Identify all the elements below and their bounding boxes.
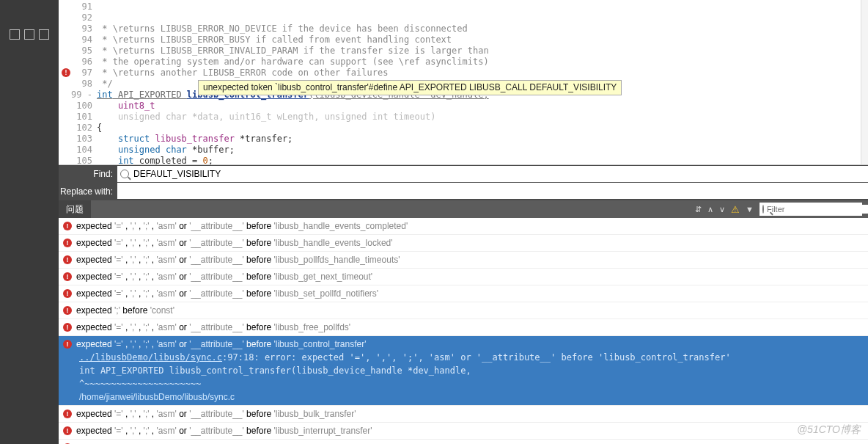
filter-input-wrap[interactable] <box>760 203 862 216</box>
problem-message: expected '=' , ',' , ';' , 'asm' or '__a… <box>76 270 868 283</box>
panel-toolbar: ⇵ ∧ ∨ ⚠ ▼ <box>689 203 868 216</box>
code-line[interactable]: struct libusb_transfer *transfer; <box>97 134 861 145</box>
chevron-up-icon[interactable]: ∧ <box>707 205 713 214</box>
filter-icon[interactable]: ▼ <box>746 205 754 214</box>
code-line[interactable]: * the operating system and/or hardware c… <box>97 57 861 68</box>
line-number: 94 <box>59 34 92 46</box>
code-line[interactable]: unsigned char *buffer; <box>97 145 861 156</box>
error-icon <box>63 272 72 281</box>
find-input-wrap[interactable] <box>117 166 868 182</box>
find-bar: Find: <box>59 165 868 183</box>
problem-message: expected ';' before 'const' <box>76 304 868 317</box>
replace-label: Replace with: <box>59 183 117 200</box>
gutter: 919293949596979899 -100101102103104105 <box>59 0 97 164</box>
problem-row[interactable]: expected '=' , ',' , ';' , 'asm' or '__a… <box>59 235 868 252</box>
problem-row[interactable]: expected ';' before 'const' <box>59 302 868 319</box>
rail-icon-1[interactable] <box>10 29 20 40</box>
problem-row[interactable]: expected '=' , ',' , ';' , 'asm' or '__a… <box>59 336 868 406</box>
find-input[interactable] <box>133 169 865 179</box>
replace-input[interactable] <box>117 183 868 199</box>
problem-message: expected '=' , ',' , ';' , 'asm' or '__a… <box>76 338 868 404</box>
minimap-scrollbar[interactable] <box>861 0 868 164</box>
problem-row[interactable]: expected '=' , ',' , ';' , 'asm' or '__a… <box>59 423 868 440</box>
rail-icon-group <box>10 29 49 40</box>
problems-panel[interactable]: expected '=' , ',' , ';' , 'asm' or '__a… <box>59 218 868 444</box>
line-number: 95 <box>59 46 92 57</box>
line-number: 103 <box>59 134 92 145</box>
problem-message: expected '=' , ',' , ';' , 'asm' or '__a… <box>76 253 868 266</box>
tab-problems[interactable]: 问题 <box>59 200 91 218</box>
code-body[interactable]: * \returns LIBUSB_ERROR_NO_DEVICE if the… <box>97 0 861 164</box>
problem-row[interactable]: conflicting types for 'usbi_cond_timedwa… <box>59 440 868 444</box>
line-number: 92 <box>59 12 92 23</box>
error-icon <box>63 340 72 349</box>
search-icon <box>762 205 764 214</box>
problem-message: conflicting types for 'usbi_cond_timedwa… <box>76 441 868 444</box>
line-number: 99 - <box>59 90 92 101</box>
problem-message: expected '=' , ',' , ';' , 'asm' or '__a… <box>76 236 868 250</box>
line-number: 96 <box>59 57 92 68</box>
code-line[interactable]: * \returns LIBUSB_ERROR_INVALID_PARAM if… <box>97 46 861 57</box>
code-line[interactable]: int completed = 0; <box>97 156 861 164</box>
rail-icon-2[interactable] <box>24 29 34 40</box>
line-number: 100 <box>59 101 92 112</box>
panel-tabs: 问题 ⇵ ∧ ∨ ⚠ ▼ <box>59 200 868 218</box>
error-tooltip: unexpected token `libusb_control_transfe… <box>198 80 622 95</box>
gutter-error-icon[interactable] <box>62 68 70 77</box>
error-icon <box>63 306 72 315</box>
error-icon <box>63 239 72 247</box>
code-editor[interactable]: 919293949596979899 -100101102103104105 *… <box>59 0 868 165</box>
chevron-down-icon[interactable]: ∨ <box>719 205 725 214</box>
error-icon <box>63 323 72 332</box>
warning-icon[interactable]: ⚠ <box>731 204 740 215</box>
replace-bar: Replace with: <box>59 183 868 200</box>
error-icon <box>63 289 72 298</box>
problem-row[interactable]: expected '=' , ',' , ';' , 'asm' or '__a… <box>59 406 868 423</box>
code-line[interactable]: uint8_t <box>97 101 861 112</box>
rail-icon-3[interactable] <box>39 29 49 40</box>
problem-row[interactable]: expected '=' , ',' , ';' , 'asm' or '__a… <box>59 218 868 235</box>
code-line[interactable]: * \returns LIBUSB_ERROR_BUSY if called f… <box>97 34 861 46</box>
code-line[interactable]: { <box>97 123 861 134</box>
problem-row[interactable]: expected '=' , ',' , ';' , 'asm' or '__a… <box>59 319 868 336</box>
problem-message: expected '=' , ',' , ';' , 'asm' or '__a… <box>76 219 868 233</box>
problem-row[interactable]: expected '=' , ',' , ';' , 'asm' or '__a… <box>59 252 868 269</box>
search-icon <box>120 170 129 178</box>
error-icon <box>63 426 72 435</box>
line-number: 98 <box>59 79 92 90</box>
line-number: 93 <box>59 23 92 34</box>
problem-message: expected '=' , ',' , ';' , 'asm' or '__a… <box>76 407 868 421</box>
line-number: 102 <box>59 123 92 134</box>
problem-message: expected '=' , ',' , ';' , 'asm' or '__a… <box>76 321 868 334</box>
line-number: 91 <box>59 1 92 12</box>
code-line[interactable]: * \returns LIBUSB_ERROR_NO_DEVICE if the… <box>97 23 861 34</box>
problem-message: expected '=' , ',' , ';' , 'asm' or '__a… <box>76 424 868 437</box>
line-number: 105 <box>59 156 92 167</box>
find-label: Find: <box>59 165 117 183</box>
activity-bar[interactable] <box>0 0 59 444</box>
problem-row[interactable]: expected '=' , ',' , ';' , 'asm' or '__a… <box>59 285 868 302</box>
error-icon <box>63 255 72 264</box>
main-area: 919293949596979899 -100101102103104105 *… <box>59 0 868 444</box>
expand-icon[interactable]: ⇵ <box>695 205 702 214</box>
error-icon <box>63 222 72 230</box>
error-icon <box>63 410 72 418</box>
filter-input[interactable] <box>767 205 868 214</box>
problem-row[interactable]: expected '=' , ',' , ';' , 'asm' or '__a… <box>59 269 868 285</box>
line-number: 104 <box>59 145 92 156</box>
problem-message: expected '=' , ',' , ';' , 'asm' or '__a… <box>76 287 868 300</box>
line-number: 101 <box>59 112 92 123</box>
code-line[interactable]: unsigned char *data, uint16_t wLength, u… <box>97 112 861 123</box>
code-line[interactable]: * \returns another LIBUSB_ERROR code on … <box>97 68 861 79</box>
